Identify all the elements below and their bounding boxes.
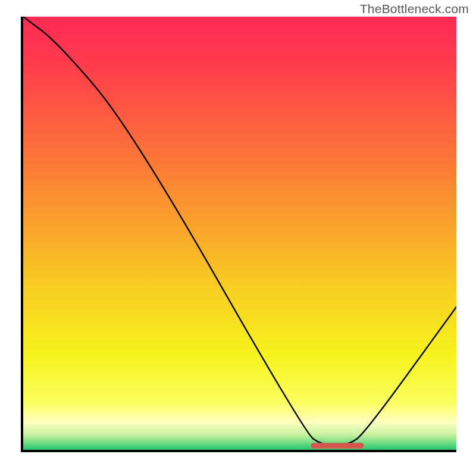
plot-area (23, 17, 456, 450)
optimal-range-marker (23, 17, 456, 450)
chart-canvas: TheBottleneck.com (0, 0, 476, 476)
watermark-text: TheBottleneck.com (360, 2, 469, 16)
